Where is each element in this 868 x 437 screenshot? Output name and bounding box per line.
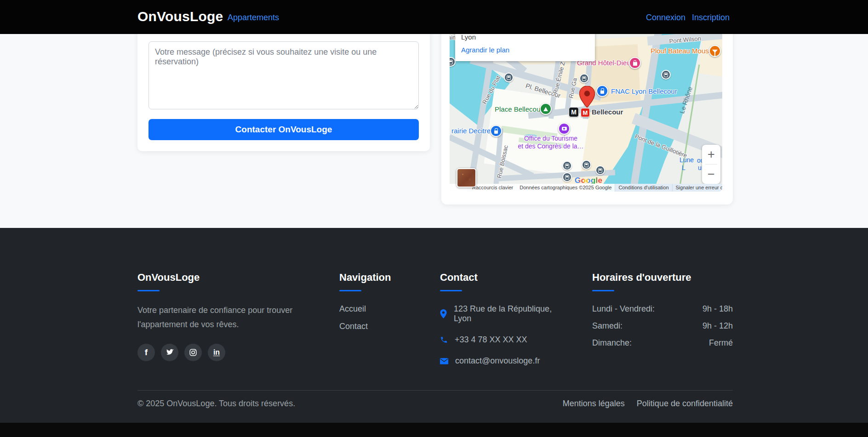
- copyright-text: © 2025 OnVousLoge. Tous droits réservés.: [137, 399, 295, 409]
- google-map[interactable]: ain Pl. Bellecour Rue du Plat Rue Émile …: [450, 20, 722, 192]
- footer-contact-title: Contact: [440, 272, 564, 284]
- bus-icon: [562, 161, 572, 170]
- hours-value: 9h - 18h: [702, 304, 733, 314]
- map-place-title: Lyon: [461, 33, 476, 41]
- heading-underline: [592, 290, 614, 291]
- footer-brand-title: OnVousLoge: [137, 272, 326, 284]
- hours-label: Lundi - Vendredi:: [592, 304, 655, 314]
- footer-legal-links: Mentions légales Politique de confidenti…: [563, 399, 733, 409]
- legal-link-mentions[interactable]: Mentions légales: [563, 399, 625, 409]
- hours-row: Lundi - Vendredi: 9h - 18h: [592, 304, 733, 314]
- footer-contact-column: Contact 123 Rue de la République, Lyon +…: [440, 272, 564, 377]
- map-label-place-bellecour: Place Bellecour: [495, 105, 542, 113]
- heading-underline: [440, 290, 462, 291]
- map-label-plouf: Plouf Bateau Mousse: [651, 47, 716, 55]
- zoom-out-button[interactable]: −: [702, 165, 720, 184]
- map-label-bellecour-station: Bellecour: [592, 108, 623, 116]
- phone-icon: [440, 336, 448, 344]
- brand-logo[interactable]: OnVousLoge: [137, 9, 223, 24]
- footer-hours-column: Horaires d'ouverture Lundi - Vendredi: 9…: [592, 272, 733, 355]
- bus-icon: [582, 160, 591, 170]
- streetview-thumbnail[interactable]: [457, 168, 476, 187]
- report-error-link[interactable]: Signaler une erreur cartographique: [672, 184, 723, 192]
- location-pin-icon: [440, 309, 447, 318]
- zoom-in-button[interactable]: +: [702, 145, 720, 164]
- bus-icon: [595, 165, 605, 175]
- map-label-fragment: L: [682, 164, 685, 171]
- envelope-icon: [440, 358, 448, 364]
- footer-navigation-title: Navigation: [339, 272, 417, 284]
- metro-icon: M: [569, 107, 579, 117]
- enlarge-map-link[interactable]: Agrandir le plan: [461, 46, 509, 54]
- footer-divider: [137, 390, 733, 391]
- shopping-icon: [629, 57, 641, 69]
- contact-address-row: 123 Rue de la République, Lyon: [440, 304, 564, 323]
- bus-icon: [579, 74, 589, 83]
- cocktail-icon: [709, 45, 721, 57]
- lock-icon: [490, 125, 502, 137]
- map-data-text: Données cartographiques ©2025 Google: [516, 184, 615, 192]
- linkedin-icon[interactable]: in: [208, 344, 225, 361]
- map-label-decitre: rairie Decitre: [451, 127, 491, 135]
- map-label-office-line2: et des Congrès de la…: [512, 142, 590, 150]
- page: Contacter OnVousLoge: [0, 0, 868, 437]
- map-attribution-bar: Raccourcis clavier Données cartographiqu…: [450, 184, 722, 192]
- footer-brand-description: Votre partenaire de confiance pour trouv…: [137, 303, 326, 332]
- nav-link-inscription[interactable]: Inscription: [692, 13, 730, 23]
- instagram-icon[interactable]: [184, 344, 202, 361]
- nav-link-appartements[interactable]: Appartements: [228, 13, 279, 23]
- hours-value: 9h - 12h: [702, 321, 733, 331]
- map-label-fnac: FNAC Lyon Bellecour: [611, 87, 677, 95]
- footer: OnVousLoge Votre partenaire de confiance…: [0, 228, 868, 423]
- contact-submit-button[interactable]: Contacter OnVousLoge: [148, 119, 419, 140]
- heading-underline: [137, 290, 160, 291]
- contact-phone: +33 4 78 XX XX XX: [455, 335, 527, 345]
- footer-navigation-column: Navigation Accueil Contact: [339, 272, 417, 339]
- contact-address: 123 Rue de la République, Lyon: [454, 304, 564, 323]
- contact-email: contact@onvousloge.fr: [455, 356, 540, 366]
- facebook-icon[interactable]: f: [137, 344, 155, 361]
- metro-m-icon: M: [581, 108, 590, 117]
- hours-label: Samedi:: [592, 321, 622, 331]
- message-textarea[interactable]: [148, 41, 419, 109]
- footer-hours-title: Horaires d'ouverture: [592, 272, 733, 284]
- map-label-fragment: Lune: [680, 156, 694, 164]
- footer-link-accueil[interactable]: Accueil: [339, 304, 417, 314]
- map-zoom-control: + −: [702, 145, 720, 184]
- bus-icon: [661, 70, 671, 79]
- lock-icon: [596, 85, 608, 97]
- social-links: f in: [137, 344, 326, 361]
- map-pin-icon[interactable]: [579, 86, 595, 109]
- tree-icon: [540, 103, 552, 115]
- bus-icon: [562, 172, 572, 182]
- hours-label: Dimanche:: [592, 338, 632, 348]
- map-card: ain Pl. Bellecour Rue du Plat Rue Émile …: [441, 13, 733, 204]
- bus-icon: [504, 73, 514, 82]
- camera-icon: [558, 123, 570, 135]
- bottom-strip: [0, 423, 868, 437]
- heading-underline: [339, 290, 361, 291]
- legal-link-privacy[interactable]: Politique de confidentialité: [637, 399, 733, 409]
- hours-row: Samedi: 9h - 12h: [592, 321, 733, 331]
- contact-form-card: Contacter OnVousLoge: [137, 14, 430, 151]
- navbar: OnVousLoge Appartements Connexion Inscri…: [0, 0, 868, 34]
- hours-row: Dimanche: Fermé: [592, 338, 733, 348]
- hours-value: Fermé: [709, 338, 733, 348]
- contact-email-row: contact@onvousloge.fr: [440, 356, 564, 366]
- map-label-office-tourisme: Office du Tourisme et des Congrès de la…: [512, 135, 590, 150]
- map-label-office-line1: Office du Tourisme: [512, 135, 590, 142]
- footer-brand-column: OnVousLoge Votre partenaire de confiance…: [137, 272, 326, 361]
- twitter-icon[interactable]: [161, 344, 178, 361]
- footer-link-contact[interactable]: Contact: [339, 322, 417, 331]
- nav-link-connexion[interactable]: Connexion: [646, 13, 685, 23]
- terms-link[interactable]: Conditions d'utilisation: [615, 184, 672, 192]
- contact-phone-row: +33 4 78 XX XX XX: [440, 335, 564, 345]
